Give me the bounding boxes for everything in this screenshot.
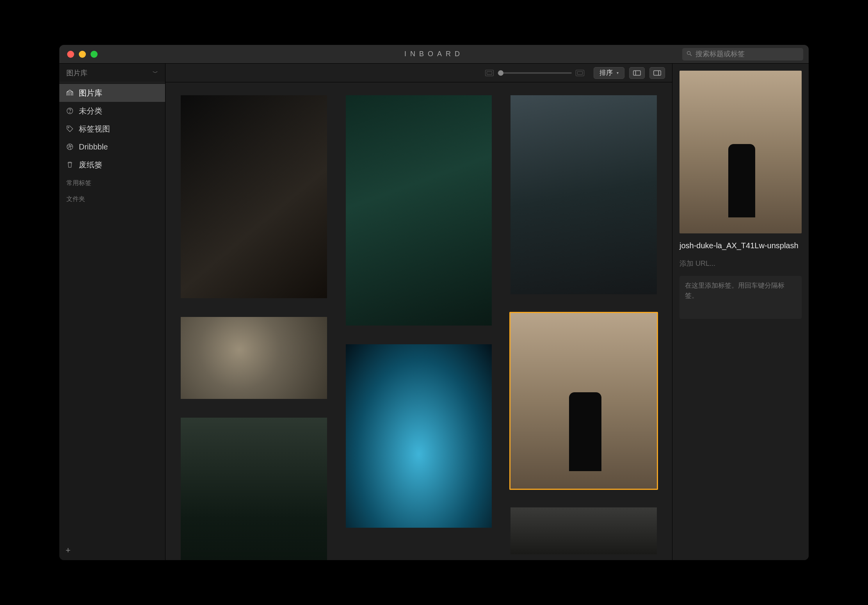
view-right-panel-button[interactable] bbox=[649, 67, 665, 79]
sidebar-item-label: Dribbble bbox=[79, 142, 108, 151]
chevron-down-icon: ﹀ bbox=[153, 69, 158, 77]
grid-scroll[interactable] bbox=[165, 82, 672, 560]
thumbnail-image bbox=[510, 507, 657, 554]
search-field-wrap[interactable] bbox=[682, 48, 803, 60]
sidebar-item-label: 标签视图 bbox=[79, 124, 110, 134]
inspector-preview[interactable] bbox=[679, 71, 802, 233]
view-left-panel-button[interactable] bbox=[629, 67, 645, 79]
svg-rect-6 bbox=[633, 71, 640, 75]
thumbnail-image bbox=[510, 313, 657, 489]
sidebar-item-trash[interactable]: 废纸篓 bbox=[59, 156, 165, 174]
zoom-control bbox=[485, 70, 584, 76]
search-input[interactable] bbox=[695, 50, 799, 58]
add-button[interactable]: + bbox=[59, 541, 165, 560]
main-area: 排序 ▾ bbox=[165, 64, 672, 560]
plus-icon: + bbox=[66, 545, 71, 555]
sort-button-label: 排序 bbox=[599, 68, 613, 77]
zoom-slider[interactable] bbox=[498, 72, 572, 74]
sidebar-section-tags: 常用标签 bbox=[59, 174, 165, 190]
thumbnail[interactable] bbox=[180, 94, 328, 299]
inspector-url-field[interactable]: 添加 URL... bbox=[679, 258, 802, 269]
sidebar-item-library[interactable]: 图片库 bbox=[59, 84, 165, 102]
thumbnail-image bbox=[181, 95, 327, 298]
traffic-lights bbox=[59, 51, 98, 58]
sidebar: 图片库 ﹀ 图片库 未分类 bbox=[59, 64, 165, 560]
tag-icon bbox=[66, 125, 74, 133]
zoom-slider-thumb[interactable] bbox=[498, 70, 503, 76]
sidebar-section-folders: 文件夹 bbox=[59, 190, 165, 206]
thumbnail[interactable] bbox=[180, 316, 328, 400]
thumbnail-image bbox=[181, 418, 327, 560]
dribbble-icon bbox=[66, 142, 74, 151]
inspector: josh-duke-la_AX_T41Lw-unsplash 添加 URL...… bbox=[672, 64, 809, 560]
sidebar-item-tags[interactable]: 标签视图 bbox=[59, 120, 165, 138]
thumbnail[interactable] bbox=[509, 94, 658, 295]
app-window: INBOARD 图片库 ﹀ 图片库 bbox=[59, 45, 809, 560]
zoom-out-icon[interactable] bbox=[485, 70, 494, 76]
window-close-button[interactable] bbox=[67, 51, 74, 58]
inspector-filename[interactable]: josh-duke-la_AX_T41Lw-unsplash bbox=[679, 240, 802, 251]
inspector-tags-field[interactable]: 在这里添加标签。用回车键分隔标签。 bbox=[679, 276, 802, 319]
sidebar-item-label: 废纸篓 bbox=[79, 160, 102, 170]
thumbnail[interactable] bbox=[345, 94, 493, 327]
svg-point-4 bbox=[68, 127, 69, 128]
zoom-in-icon[interactable] bbox=[576, 70, 584, 76]
sidebar-item-label: 未分类 bbox=[79, 106, 102, 116]
thumbnail[interactable] bbox=[180, 416, 328, 560]
thumbnail-image bbox=[346, 95, 492, 326]
svg-line-1 bbox=[690, 54, 692, 56]
thumbnail-selected[interactable] bbox=[509, 312, 658, 490]
window-minimize-button[interactable] bbox=[79, 51, 86, 58]
thumbnail[interactable] bbox=[345, 343, 493, 529]
svg-point-3 bbox=[69, 112, 70, 113]
search-icon bbox=[686, 50, 695, 58]
app-title: INBOARD bbox=[404, 50, 464, 58]
sidebar-item-uncategorized[interactable]: 未分类 bbox=[59, 102, 165, 120]
titlebar: INBOARD bbox=[59, 45, 809, 64]
caret-down-icon: ▾ bbox=[617, 71, 619, 75]
trash-icon bbox=[66, 160, 74, 169]
sort-button[interactable]: 排序 ▾ bbox=[594, 67, 624, 79]
sidebar-header[interactable]: 图片库 ﹀ bbox=[59, 64, 165, 82]
svg-rect-8 bbox=[654, 71, 661, 75]
inspector-preview-image bbox=[679, 71, 802, 233]
svg-point-0 bbox=[687, 51, 690, 54]
image-grid bbox=[180, 94, 658, 560]
sidebar-item-dribbble[interactable]: Dribbble bbox=[59, 138, 165, 156]
thumbnail-image bbox=[346, 344, 492, 528]
window-zoom-button[interactable] bbox=[91, 51, 98, 58]
toolbar: 排序 ▾ bbox=[165, 64, 672, 82]
thumbnail-image bbox=[510, 95, 657, 294]
library-icon bbox=[66, 89, 74, 97]
sidebar-header-label: 图片库 bbox=[66, 68, 87, 78]
thumbnail[interactable] bbox=[509, 506, 658, 555]
question-icon bbox=[66, 107, 74, 115]
sidebar-list: 图片库 未分类 标签视图 bbox=[59, 82, 165, 174]
sidebar-item-label: 图片库 bbox=[79, 88, 102, 98]
thumbnail-image bbox=[181, 317, 327, 399]
